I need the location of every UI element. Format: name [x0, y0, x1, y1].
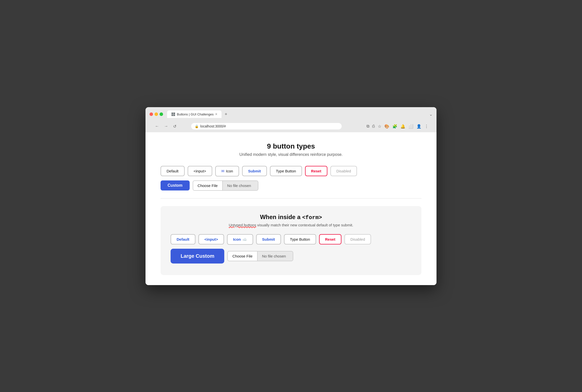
browser-tab[interactable]: 🎛️ Buttons | GUI Challenges ✕ — [167, 110, 222, 118]
button-row-2: Custom Choose File No file chosen — [161, 180, 421, 191]
submit-button[interactable]: Submit — [242, 166, 267, 176]
traffic-light-close[interactable] — [150, 112, 153, 116]
icon-button-label: Icon — [226, 169, 233, 173]
tabs-row: 🎛️ Buttons | GUI Challenges ✕ + ⌄ — [167, 110, 432, 118]
new-tab-button[interactable]: + — [222, 110, 230, 118]
bell-icon[interactable]: 🔔 — [400, 124, 405, 129]
toolbar-icons: ⧉ ⎙ ☆ 🎨 🧩 🔔 ⬜ 👤 ⋮ — [367, 124, 428, 129]
tab-title: Buttons | GUI Challenges — [177, 112, 213, 116]
traffic-light-minimize[interactable] — [155, 112, 158, 116]
address-bar: ← → ↺ 🔒 localhost:3000/# ⧉ ⎙ ☆ 🎨 🧩 🔔 ⬜ 👤… — [150, 121, 432, 132]
page-title: 9 button types — [161, 142, 421, 150]
sidebar-icon[interactable]: ⬜ — [408, 124, 413, 129]
mail-icon: ✉ — [221, 169, 225, 173]
external-link-icon[interactable]: ⧉ — [367, 124, 369, 128]
puzzle-icon[interactable]: 🧩 — [392, 124, 397, 129]
lock-icon: 🔒 — [195, 124, 199, 128]
form-button-row-2: Large Custom Choose File No file chosen — [171, 249, 411, 264]
tab-close-button[interactable]: ✕ — [215, 112, 217, 116]
form-subtitle-rest: visually match their new contextual defa… — [256, 223, 353, 227]
form-icon-button[interactable]: Icon ☁️ — [227, 234, 253, 245]
form-input-button[interactable]: <input> — [198, 234, 224, 244]
tabs-chevron[interactable]: ⌄ — [429, 112, 432, 117]
untyped-buttons-text: Untyped buttons — [229, 223, 256, 227]
default-button[interactable]: Default — [161, 166, 185, 176]
form-choose-file-button[interactable]: Choose File — [228, 251, 257, 261]
extension-icon[interactable]: 🎨 — [384, 124, 389, 129]
file-input-wrapper: Choose File No file chosen — [193, 180, 258, 191]
separator — [161, 198, 421, 199]
form-section: When inside a <form> Untyped buttons vis… — [161, 206, 421, 275]
menu-icon[interactable]: ⋮ — [424, 124, 428, 129]
tab-favicon: 🎛️ — [171, 112, 175, 116]
url-text: localhost:3000/# — [200, 124, 226, 128]
disabled-button: Disabled — [330, 166, 357, 176]
page-content: 9 button types Unified modern style, vis… — [145, 132, 436, 285]
forward-button[interactable]: → — [163, 123, 170, 129]
type-button-button[interactable]: Type Button — [270, 166, 302, 176]
form-section-header: When inside a <form> Untyped buttons vis… — [171, 214, 411, 227]
large-custom-button[interactable]: Large Custom — [171, 249, 224, 264]
choose-file-button[interactable]: Choose File — [193, 181, 223, 190]
form-icon-label: Icon — [233, 237, 241, 241]
form-button-row-1: Default <input> Icon ☁️ Submit Type Butt… — [171, 234, 411, 245]
form-section-title: When inside a <form> — [171, 214, 411, 221]
reset-button[interactable]: Reset — [305, 166, 327, 176]
icon-button[interactable]: ✉ Icon — [215, 166, 239, 176]
page-header: 9 button types Unified modern style, vis… — [161, 142, 421, 157]
custom-button[interactable]: Custom — [161, 180, 190, 190]
form-file-input-wrapper: Choose File No file chosen — [227, 251, 293, 261]
form-reset-button[interactable]: Reset — [319, 234, 341, 244]
profile-icon[interactable]: 👤 — [416, 124, 421, 129]
reload-button[interactable]: ↺ — [172, 123, 178, 130]
input-button[interactable]: <input> — [188, 166, 212, 176]
form-section-subtitle: Untyped buttons visually match their new… — [171, 223, 411, 227]
bookmark-icon[interactable]: ☆ — [378, 124, 381, 129]
form-no-file-chosen-label: No file chosen — [258, 251, 293, 261]
browser-window: 🎛️ Buttons | GUI Challenges ✕ + ⌄ ← → ↺ … — [145, 107, 436, 285]
address-bar-input[interactable]: 🔒 localhost:3000/# — [191, 123, 342, 129]
form-type-button-button[interactable]: Type Button — [284, 234, 316, 244]
form-title-code: <form> — [302, 215, 322, 221]
back-button[interactable]: ← — [154, 123, 161, 129]
no-file-chosen-label: No file chosen — [223, 181, 258, 190]
traffic-lights — [150, 112, 163, 116]
traffic-light-maximize[interactable] — [160, 112, 163, 116]
page-subtitle: Unified modern style, visual differences… — [161, 152, 421, 157]
form-title-text: When inside a — [260, 214, 302, 220]
cloud-icon: ☁️ — [242, 237, 247, 242]
form-submit-button[interactable]: Submit — [256, 234, 281, 244]
form-default-button[interactable]: Default — [171, 234, 195, 244]
form-disabled-button: Disabled — [344, 234, 371, 244]
share-icon[interactable]: ⎙ — [372, 124, 375, 128]
title-bar: 🎛️ Buttons | GUI Challenges ✕ + ⌄ ← → ↺ … — [145, 107, 436, 132]
button-row-1: Default <input> ✉ Icon Submit Type Butto… — [161, 166, 421, 176]
